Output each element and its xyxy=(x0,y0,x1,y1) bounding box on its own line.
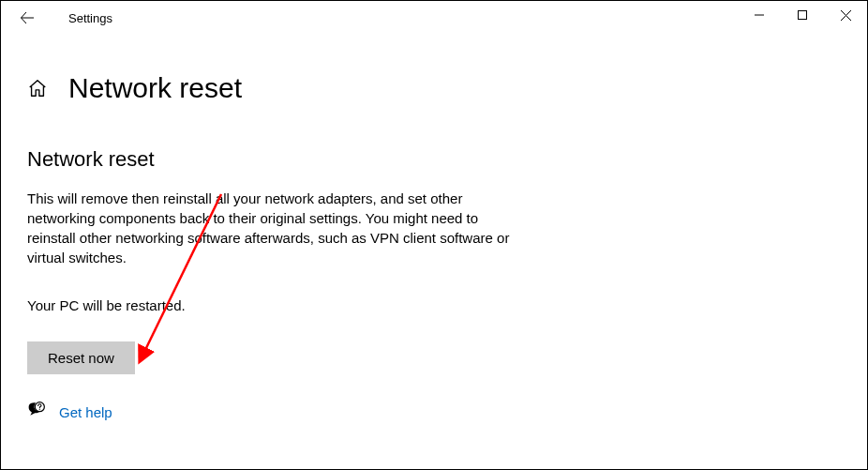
svg-rect-1 xyxy=(799,11,807,20)
section-heading: Network reset xyxy=(27,147,867,172)
maximize-icon xyxy=(798,10,807,20)
app-title: Settings xyxy=(68,11,112,25)
get-help-link[interactable]: Get help xyxy=(59,404,112,420)
back-button[interactable] xyxy=(18,8,37,27)
svg-point-5 xyxy=(39,409,40,410)
window-controls xyxy=(738,1,867,29)
back-arrow-icon xyxy=(20,10,35,25)
help-icon xyxy=(27,401,46,423)
close-button[interactable] xyxy=(824,1,867,29)
close-icon xyxy=(841,10,851,21)
minimize-icon xyxy=(755,10,764,20)
help-row: Get help xyxy=(27,401,867,423)
restart-note: Your PC will be restarted. xyxy=(27,297,867,313)
description-text: This will remove then reinstall all your… xyxy=(27,189,524,267)
page-header: Network reset xyxy=(27,72,867,104)
reset-now-button[interactable]: Reset now xyxy=(27,341,135,374)
home-icon xyxy=(27,78,48,99)
main-content: Network reset Network reset This will re… xyxy=(1,35,867,423)
maximize-button[interactable] xyxy=(781,1,824,29)
minimize-button[interactable] xyxy=(738,1,781,29)
page-title: Network reset xyxy=(68,72,242,104)
home-button[interactable] xyxy=(27,78,48,102)
titlebar: Settings xyxy=(1,1,867,35)
